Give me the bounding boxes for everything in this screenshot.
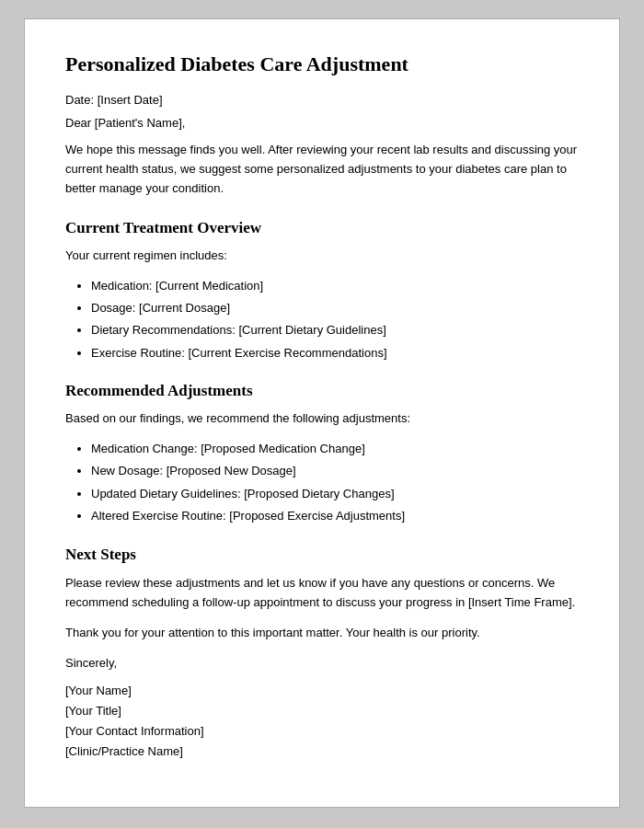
recommended-adjustments-heading: Recommended Adjustments: [65, 382, 579, 400]
current-treatment-list: Medication: [Current Medication] Dosage:…: [91, 275, 579, 364]
signature-line: [Your Title]: [65, 701, 579, 721]
signature-line: [Your Name]: [65, 681, 579, 701]
next-steps-heading: Next Steps: [65, 546, 579, 564]
list-item: Updated Dietary Guidelines: [Proposed Di…: [91, 483, 579, 504]
next-steps-paragraph1: Please review these adjustments and let …: [65, 573, 579, 613]
recommended-adjustments-intro: Based on our findings, we recommend the …: [65, 409, 579, 429]
document-date: Date: [Insert Date]: [65, 93, 579, 107]
list-item: Dietary Recommendations: [Current Dietar…: [91, 319, 579, 340]
closing-section: Sincerely, [Your Name] [Your Title] [You…: [65, 656, 579, 762]
list-item: Exercise Routine: [Current Exercise Reco…: [91, 342, 579, 363]
signature-line: [Clinic/Practice Name]: [65, 742, 579, 762]
document-salutation: Dear [Patient's Name],: [65, 116, 579, 130]
list-item: New Dosage: [Proposed New Dosage]: [91, 460, 579, 481]
closing-sincerely: Sincerely,: [65, 656, 579, 670]
list-item: Medication Change: [Proposed Medication …: [91, 438, 579, 459]
signature-block: [Your Name] [Your Title] [Your Contact I…: [65, 681, 579, 762]
next-steps-section: Next Steps Please review these adjustmen…: [65, 546, 579, 643]
list-item: Medication: [Current Medication]: [91, 275, 579, 296]
document-container: Personalized Diabetes Care Adjustment Da…: [24, 18, 620, 808]
document-intro: We hope this message finds you well. Aft…: [65, 141, 579, 198]
signature-line: [Your Contact Information]: [65, 721, 579, 742]
current-treatment-section: Current Treatment Overview Your current …: [65, 219, 579, 363]
recommended-adjustments-section: Recommended Adjustments Based on our fin…: [65, 382, 579, 526]
list-item: Altered Exercise Routine: [Proposed Exer…: [91, 505, 579, 526]
recommended-adjustments-list: Medication Change: [Proposed Medication …: [91, 438, 579, 527]
next-steps-paragraph2: Thank you for your attention to this imp…: [65, 623, 579, 642]
document-title: Personalized Diabetes Care Adjustment: [65, 52, 579, 76]
list-item: Dosage: [Current Dosage]: [91, 297, 579, 318]
current-treatment-heading: Current Treatment Overview: [65, 219, 579, 237]
current-treatment-intro: Your current regimen includes:: [65, 247, 579, 266]
